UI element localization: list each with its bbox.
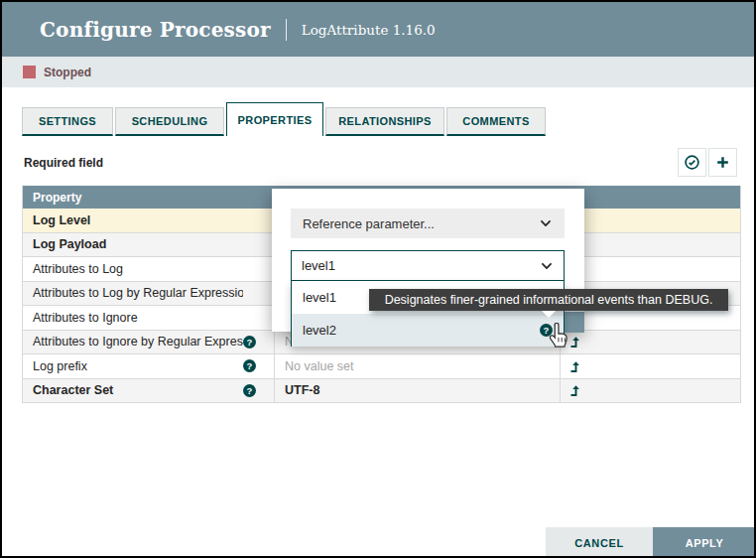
apply-button[interactable]: APPLY: [653, 527, 756, 558]
property-name: Attributes to Log by Regular Expression: [23, 286, 243, 300]
plus-icon: [714, 154, 731, 171]
combo-option-level2[interactable]: level2 ?: [292, 314, 564, 347]
add-property-button[interactable]: [708, 148, 737, 177]
title-divider: [286, 19, 287, 41]
combo-selected-value: level1: [302, 258, 335, 273]
verify-properties-button[interactable]: [678, 148, 706, 177]
reference-parameter-placeholder: Reference parameter...: [303, 216, 435, 231]
required-field-label: Required field: [24, 156, 103, 170]
stopped-status-icon: [23, 66, 36, 78]
property-column-header: Property: [33, 191, 81, 205]
tab-relationships[interactable]: RELATIONSHIPS: [325, 107, 444, 136]
chevron-down-icon: [540, 259, 554, 273]
help-icon[interactable]: ?: [243, 336, 256, 349]
tab-properties[interactable]: PROPERTIES: [226, 102, 323, 136]
dialog-header: Configure Processor LogAttribute 1.16.0: [2, 2, 754, 57]
status-label: Stopped: [44, 66, 91, 79]
dialog-title: Configure Processor: [40, 18, 271, 42]
property-name: Log Payload: [23, 237, 243, 251]
table-row[interactable]: Log prefix ? No value set: [23, 354, 740, 379]
tooltip-arrow: [542, 311, 556, 318]
option-tooltip: Designates finer-grained informational e…: [369, 289, 728, 311]
log-level-combo[interactable]: level1: [291, 250, 565, 281]
cancel-button[interactable]: CANCEL: [546, 527, 653, 558]
cursor-pointer-hand-icon: [547, 323, 569, 353]
property-name: Attributes to Ignore by Regular Expressi…: [23, 335, 243, 349]
chevron-down-icon: [539, 216, 553, 230]
processor-type-version: LogAttribute 1.16.0: [302, 22, 436, 38]
property-name: Log Level: [23, 213, 243, 227]
property-name: Character Set: [23, 383, 243, 397]
option-label: level1: [303, 290, 336, 305]
tooltip-text: Designates finer-grained informational e…: [385, 293, 713, 307]
go-to-parameter-icon[interactable]: [568, 359, 582, 373]
property-value[interactable]: No value set: [274, 354, 560, 378]
property-name: Log prefix: [23, 359, 243, 373]
configure-processor-dialog: Configure Processor LogAttribute 1.16.0 …: [0, 0, 756, 558]
check-circle-icon: [684, 154, 700, 171]
property-value[interactable]: UTF-8: [274, 379, 560, 403]
go-to-parameter-icon[interactable]: [568, 335, 582, 349]
property-name: Attributes to Log: [23, 262, 243, 276]
tab-scheduling[interactable]: SCHEDULING: [115, 107, 224, 136]
help-icon[interactable]: ?: [243, 359, 256, 372]
status-bar: Stopped: [2, 57, 754, 87]
option-label: level2: [303, 323, 336, 338]
reference-parameter-select[interactable]: Reference parameter...: [291, 209, 565, 238]
help-icon[interactable]: ?: [243, 384, 256, 397]
table-row[interactable]: Character Set ? UTF-8: [23, 379, 740, 404]
go-to-parameter-icon[interactable]: [568, 383, 582, 397]
dialog-tabs: SETTINGS SCHEDULING PROPERTIES RELATIONS…: [22, 102, 548, 136]
tab-comments[interactable]: COMMENTS: [446, 107, 546, 136]
property-name: Attributes to Ignore: [23, 311, 243, 325]
tab-settings[interactable]: SETTINGS: [22, 107, 113, 136]
